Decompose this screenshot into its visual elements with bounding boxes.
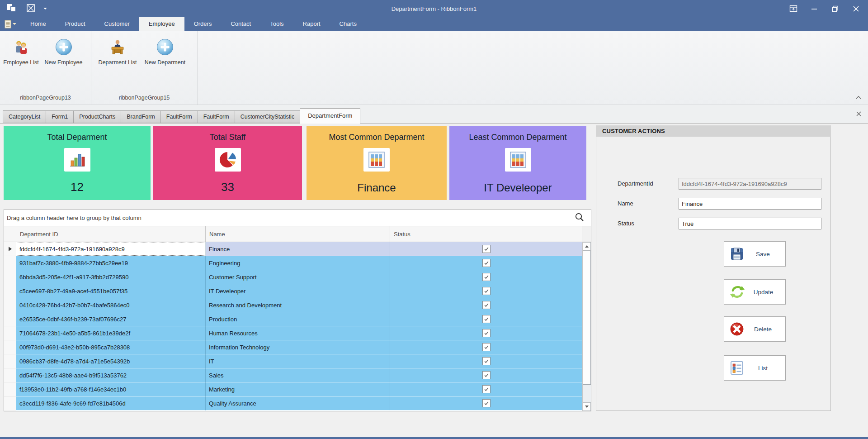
cell-name: Finance [206, 242, 390, 256]
kpi-title: Least Common Deparment [469, 133, 566, 142]
doc-tab-brandform[interactable]: BrandForm [121, 110, 161, 123]
ribbon-display-options-button[interactable] [783, 0, 804, 17]
main-menu-button[interactable] [0, 17, 21, 31]
list-button[interactable]: List [724, 355, 786, 381]
status-checkbox[interactable] [482, 245, 491, 253]
cell-name: Production [206, 312, 390, 326]
table-row[interactable]: e26535ce-0dbf-436f-b239-73af07696c27Prod… [4, 312, 591, 326]
quick-access-xbox-icon[interactable] [26, 4, 35, 14]
ribbon-tab-row: HomeProductCustomerEmployeeOrdersContact… [0, 17, 868, 31]
ribbon-tab-customer[interactable]: Customer [95, 17, 139, 31]
table-row[interactable]: 6bbda3d5-205e-42f1-a917-3fbb2d729590Cust… [4, 270, 591, 284]
update-button[interactable]: Update [724, 279, 786, 305]
kpi-value: 12 [71, 180, 84, 194]
minimize-button[interactable] [804, 0, 825, 17]
table-row[interactable]: c5cee697-8b27-49a9-acef-4551be057f35IT D… [4, 284, 591, 298]
document-close-icon[interactable] [856, 111, 862, 118]
status-checkbox[interactable] [482, 287, 491, 295]
status-field[interactable] [679, 218, 821, 229]
ribbon-tab-tools[interactable]: Tools [260, 17, 293, 31]
ribbon-tab-charts[interactable]: Charts [330, 17, 366, 31]
search-icon[interactable] [575, 212, 585, 224]
doc-tab-customercitystatistic[interactable]: CustomerCityStatistic [235, 110, 300, 123]
status-checkbox[interactable] [482, 259, 491, 267]
department-id-field[interactable] [679, 178, 821, 190]
table-row[interactable]: c3ecd119-f336-4afe-9c69-fd7e81b4506dQual… [4, 396, 591, 410]
column-header-department-id[interactable]: Department ID [16, 226, 206, 242]
table-row[interactable]: 0410c428-76b4-42b7-b0b7-4bafe5864ec0Rese… [4, 298, 591, 312]
status-checkbox[interactable] [482, 371, 491, 379]
ribbon-tab-orders[interactable]: Orders [184, 17, 222, 31]
employees-icon [13, 38, 30, 56]
restore-button[interactable] [825, 0, 845, 17]
name-label: Name [618, 200, 633, 207]
row-indicator [4, 298, 16, 312]
cell-status [390, 368, 591, 382]
name-field[interactable] [679, 198, 821, 210]
doc-tab-categorylist[interactable]: CategoryList [3, 110, 46, 123]
cell-department-id: 6bbda3d5-205e-42f1-a917-3fbb2d729590 [16, 270, 206, 284]
quick-access-dropdown-icon[interactable] [43, 8, 47, 10]
ribbon-tab-home[interactable]: Home [21, 17, 56, 31]
ribbon-tab-raport[interactable]: Raport [293, 17, 330, 31]
cell-department-id: c3ecd119-f336-4afe-9c69-fd7e81b4506d [16, 396, 206, 410]
status-checkbox[interactable] [482, 399, 491, 407]
cell-name: Information Technology [206, 340, 390, 354]
department-list-button[interactable]: Deparment List [97, 38, 138, 66]
cell-name: Customer Support [206, 270, 390, 284]
save-button[interactable]: Save [724, 241, 786, 267]
window-title: DepartmentForm - RibbonForm1 [0, 5, 868, 12]
doc-tab-productcharts[interactable]: ProductCharts [73, 110, 121, 123]
person-desk-icon [109, 38, 126, 56]
status-checkbox[interactable] [482, 315, 491, 323]
ribbon-content: Employee List New Employee ribbonPageG [0, 31, 868, 105]
scrollbar-thumb[interactable] [583, 251, 591, 385]
panel-title: CUSTOMER ACTIONS [596, 125, 831, 137]
ribbon-group-13: Employee List New Employee ribbonPageG [0, 31, 91, 105]
status-checkbox[interactable] [482, 301, 491, 309]
grid-vertical-scrollbar[interactable] [582, 242, 591, 411]
table-row[interactable]: f13953e0-11b2-49fb-a768-f146e34ec1b0Mark… [4, 382, 591, 396]
column-header-name[interactable]: Name [206, 226, 390, 242]
save-label: Save [744, 251, 782, 258]
status-checkbox[interactable] [482, 385, 491, 393]
status-checkbox[interactable] [482, 357, 491, 365]
cell-department-id: 0410c428-76b4-42b7-b0b7-4bafe5864ec0 [16, 298, 206, 312]
doc-tab-faultform[interactable]: FaultForm [198, 110, 235, 123]
delete-button[interactable]: Delete [724, 316, 786, 342]
table-row[interactable]: 71064678-23b1-4e50-a5b5-861b1e39de2fHuma… [4, 326, 591, 340]
cell-name: Quality Assurance [206, 396, 390, 410]
new-department-button[interactable]: New Deparment [138, 38, 192, 66]
cell-department-id: dd54f7f6-13c5-48b8-aae4-b9f513a53762 [16, 368, 206, 382]
status-checkbox[interactable] [482, 273, 491, 281]
doc-tab-form1[interactable]: Form1 [46, 110, 74, 123]
scroll-up-icon[interactable] [583, 242, 591, 251]
scroll-down-icon[interactable] [583, 402, 591, 411]
ribbon-group-caption: ribbonPageGroup13 [0, 93, 91, 105]
table-row[interactable]: 931baf7c-3880-4fb9-9884-27bb5c29ee19Engi… [4, 256, 591, 270]
delete-label: Delete [744, 326, 782, 333]
ribbon-tab-employee[interactable]: Employee [139, 17, 184, 31]
doc-tab-faultform[interactable]: FaultForm [160, 110, 198, 123]
grid-group-panel[interactable]: Drag a column header here to group by th… [4, 210, 591, 226]
close-button[interactable] [845, 0, 866, 17]
table-row[interactable]: dd54f7f6-13c5-48b8-aae4-b9f513a53762Sale… [4, 368, 591, 382]
employee-list-button[interactable]: Employee List [3, 38, 39, 66]
ribbon-tab-product[interactable]: Product [56, 17, 95, 31]
ribbon-tab-contact[interactable]: Contact [221, 17, 260, 31]
status-checkbox[interactable] [482, 329, 491, 337]
ribbon-collapse-icon[interactable] [855, 94, 862, 101]
table-row[interactable]: 0986cb37-d8fe-4d78-a7d4-a71e5e54392bIT [4, 354, 591, 368]
row-indicator [4, 382, 16, 396]
row-indicator [4, 354, 16, 368]
cell-name: IT [206, 354, 390, 368]
table-row[interactable]: fddcfd4f-1674-4fd3-972a-191690a928c9Fina… [4, 242, 591, 256]
new-employee-button[interactable]: New Employee [39, 38, 88, 66]
status-checkbox[interactable] [482, 343, 491, 351]
list-icon [730, 361, 744, 375]
column-header-status[interactable]: Status [390, 226, 582, 242]
kpi-title: Total Staff [210, 133, 246, 142]
cell-department-id: c5cee697-8b27-49a9-acef-4551be057f35 [16, 284, 206, 298]
doc-tab-departmentform[interactable]: DepartmentForm [300, 108, 360, 124]
table-row[interactable]: 00f973d0-d691-43e2-b50b-895ca7b28308Info… [4, 340, 591, 354]
